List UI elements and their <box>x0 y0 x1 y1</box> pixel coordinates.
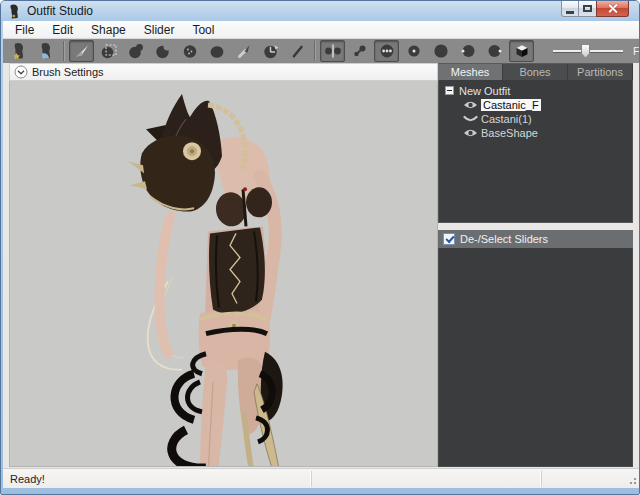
model-castanic-f <box>10 81 437 466</box>
mask-brush-icon[interactable] <box>96 40 121 62</box>
eye-open-icon[interactable] <box>463 100 478 110</box>
title-bar[interactable]: Outfit Studio <box>1 1 639 21</box>
app-logo-icon <box>8 4 21 19</box>
status-bar: Ready! <box>3 468 639 488</box>
sliders-header-label: De-/Select Sliders <box>460 233 548 245</box>
close-button[interactable] <box>596 1 629 17</box>
brush-settings-bar[interactable]: Brush Settings <box>9 63 438 81</box>
mesh-tab-bar: Meshes Bones Partitions <box>438 63 633 80</box>
status-segment <box>311 471 541 487</box>
brush-circle-icon[interactable] <box>428 40 453 62</box>
maximize-icon <box>583 5 592 12</box>
minimize-button[interactable] <box>561 1 579 17</box>
fov-slider[interactable] <box>553 50 623 53</box>
new-project-icon[interactable] <box>7 40 32 62</box>
maximize-button[interactable] <box>579 1 596 17</box>
fov-label: Field of <box>633 45 639 57</box>
tab-bones[interactable]: Bones <box>503 64 568 80</box>
window-title: Outfit Studio <box>27 4 93 18</box>
minimize-icon <box>566 11 574 14</box>
tab-meshes[interactable]: Meshes <box>438 64 503 80</box>
tree-item-label: Castanic_F <box>481 99 541 111</box>
xmirror-icon[interactable] <box>320 40 345 62</box>
collapse-expander-icon[interactable] <box>445 86 454 95</box>
eye-open-icon[interactable] <box>463 128 478 138</box>
fov-slider-thumb[interactable] <box>581 45 590 57</box>
sliders-header: De-/Select Sliders <box>438 230 633 248</box>
load-project-icon[interactable] <box>34 40 59 62</box>
connected-vertices-icon[interactable] <box>347 40 372 62</box>
smooth-brush-icon[interactable] <box>177 40 202 62</box>
resize-grip[interactable] <box>627 475 637 485</box>
menu-shape[interactable]: Shape <box>82 21 135 39</box>
outfit-studio-window: Outfit Studio File Edit Shape Slider Too… <box>0 0 640 495</box>
status-segment <box>541 471 639 487</box>
brush-settings-label: Brush Settings <box>32 66 104 78</box>
deflate-brush-icon[interactable] <box>150 40 175 62</box>
right-panel: Meshes Bones Partitions New Outfit Casta… <box>438 63 633 467</box>
move-brush-icon[interactable] <box>204 40 229 62</box>
global-brush-collision-icon[interactable] <box>374 40 399 62</box>
toolbar-separator <box>314 41 316 61</box>
select-tool-icon[interactable] <box>69 40 94 62</box>
transform-tool-icon[interactable] <box>258 40 283 62</box>
menu-tool[interactable]: Tool <box>183 21 223 39</box>
tree-item-label: BaseShape <box>481 127 538 139</box>
menu-bar: File Edit Shape Slider Tool <box>3 21 639 39</box>
tree-item-castani1[interactable]: Castani(1) <box>445 112 632 125</box>
panel-splitter[interactable] <box>438 223 633 230</box>
tab-partitions[interactable]: Partitions <box>568 64 633 80</box>
toolbar: Field of <box>3 39 639 63</box>
inflate-brush-icon[interactable] <box>123 40 148 62</box>
eye-closed-icon[interactable] <box>463 114 478 124</box>
chevron-down-icon[interactable] <box>14 65 28 79</box>
tree-root-row[interactable]: New Outfit <box>445 84 632 97</box>
select-sliders-checkbox[interactable] <box>443 233 455 245</box>
menu-slider[interactable]: Slider <box>135 21 184 39</box>
pen-tool-icon[interactable] <box>285 40 310 62</box>
paint-brush-icon[interactable] <box>231 40 256 62</box>
view-cube-icon[interactable] <box>509 40 534 62</box>
brush-dot-right-icon[interactable] <box>482 40 507 62</box>
menu-file[interactable]: File <box>6 21 43 39</box>
outfit-tree: New Outfit Castanic_F Castani(1) <box>438 80 633 223</box>
tree-root-label: New Outfit <box>459 85 510 97</box>
sliders-list[interactable] <box>438 248 633 467</box>
brush-dot-left-icon[interactable] <box>455 40 480 62</box>
close-icon <box>607 3 618 14</box>
tree-item-castanic-f[interactable]: Castanic_F <box>445 98 632 111</box>
status-text: Ready! <box>3 473 311 485</box>
tree-item-label: Castani(1) <box>481 113 532 125</box>
menu-edit[interactable]: Edit <box>43 21 82 39</box>
brush-dot-center-icon[interactable] <box>401 40 426 62</box>
toolbar-separator <box>63 41 65 61</box>
viewport-3d[interactable] <box>9 81 438 467</box>
tree-item-baseshape[interactable]: BaseShape <box>445 126 632 139</box>
workspace: Brush Settings <box>3 63 639 468</box>
